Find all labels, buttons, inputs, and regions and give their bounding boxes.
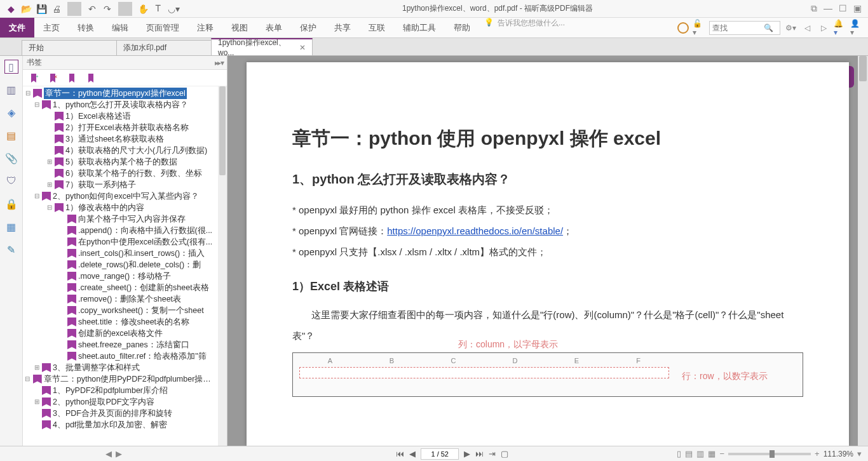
panel-scrollbar[interactable] [218, 86, 227, 446]
ribbon-tab[interactable]: 注释 [188, 18, 222, 37]
qat-select-icon[interactable]: Ꭲ [151, 2, 165, 16]
ribbon-tab[interactable]: 页面管理 [137, 18, 188, 37]
record-icon[interactable] [677, 22, 689, 34]
bookmark-item[interactable]: ·.insert_cols()和.insert_rows()：插入 [23, 248, 227, 259]
zoom-dropdown-icon[interactable]: ▾ [857, 449, 862, 458]
ribbon-tab[interactable]: 共享 [325, 18, 360, 37]
bookmark-item[interactable]: ·.copy_worksheet()：复制一个sheet [23, 305, 227, 316]
tree-toggle-icon[interactable]: ⊞ [46, 156, 53, 168]
qat-redo-icon[interactable]: ↷ [100, 2, 114, 16]
ribbon-tab[interactable]: 视图 [222, 18, 257, 37]
doc-tab[interactable]: 开始 [22, 40, 117, 55]
bookmark-item[interactable]: ·.create_sheet()：创建新的sheet表格 [23, 282, 227, 293]
ribbon-tab[interactable]: 辅助工具 [394, 18, 445, 37]
page-jump-icon[interactable]: ⇥ [489, 449, 496, 458]
tree-toggle-icon[interactable]: ⊟ [24, 373, 31, 385]
close-icon[interactable]: ✕ [299, 43, 306, 52]
ribbon-tab[interactable]: 主页 [34, 18, 69, 37]
rail-pages-icon[interactable]: ▥ [4, 83, 18, 97]
bookmark-item[interactable]: ·3）通过sheet名称获取表格 [23, 133, 227, 145]
ribbon-tab[interactable]: 帮助 [445, 18, 479, 37]
bookmark-add-icon[interactable]: + [29, 73, 39, 83]
ribbon-tab[interactable]: 编辑 [103, 18, 137, 37]
page-input[interactable] [421, 448, 459, 460]
doc-scrollbar[interactable] [858, 56, 868, 446]
bookmark-item[interactable]: ⊞3、批量调整字体和样式 [23, 362, 227, 373]
doc-tab-active[interactable]: 1python操作excel、wo...✕ [211, 38, 313, 55]
bookmark-item[interactable]: ⊞7）获取一系列格子 [23, 179, 227, 190]
rail-fields-icon[interactable]: ▦ [4, 220, 18, 234]
qat-open-icon[interactable]: 📂 [19, 2, 33, 16]
qat-save-icon[interactable]: 💾 [34, 2, 48, 16]
share-icon[interactable]: 🔓▾ [693, 22, 705, 34]
page-fit-icon[interactable]: ▢ [501, 449, 508, 458]
status-panel-right-icon[interactable]: ▶ [116, 449, 122, 458]
tree-toggle-icon[interactable]: ⊞ [46, 179, 53, 190]
bookmark-item[interactable]: ⊟1）修改表格中的内容 [23, 202, 227, 213]
bookmark-item[interactable]: ·sheet.freeze_panes：冻结窗口 [23, 339, 227, 351]
zoom-in-icon[interactable]: + [815, 449, 820, 458]
bookmark-item[interactable]: ·.remove()：删除某个sheet表 [23, 293, 227, 305]
bookmark-item[interactable]: ·sheet.auto_filter.ref：给表格添加"筛 [23, 351, 227, 362]
zoom-out-icon[interactable]: − [719, 449, 724, 458]
ribbon-tab[interactable]: 表单 [257, 18, 291, 37]
bookmark-star-icon[interactable] [67, 73, 78, 83]
bookmark-item[interactable]: ·4）获取表格的尺寸大小(几行几列数据) [23, 145, 227, 156]
bookmark-item[interactable]: ·在python中使用excel函数公式(很有... [23, 236, 227, 248]
bookmark-item[interactable]: ⊞5）获取表格内某个格子的数据 [23, 156, 227, 168]
bookmark-item[interactable]: ·1、PyPDF2和pdfplumber库介绍 [23, 385, 227, 396]
bookmark-delete-icon[interactable]: × [48, 73, 58, 83]
bookmark-item[interactable]: ·2）打开Excel表格并获取表格名称 [23, 122, 227, 133]
rail-lock-icon[interactable]: 🔒 [4, 197, 18, 211]
bookmark-item[interactable]: ·sheet.title：修改sheet表的名称 [23, 316, 227, 328]
search-input[interactable] [710, 23, 764, 32]
view-single-icon[interactable]: ▯ [677, 449, 681, 458]
view-continuous-icon[interactable]: ▤ [685, 449, 693, 458]
user-icon[interactable]: 👤▾ [850, 22, 863, 34]
bookmark-expand-icon[interactable] [86, 73, 97, 83]
bookmark-item[interactable]: ·4、pdf批量加水印及加密、解密 [23, 419, 227, 431]
zoom-value[interactable]: 111.39% [824, 450, 853, 458]
page-prev-icon[interactable]: ◀ [409, 449, 416, 458]
zoom-slider[interactable] [728, 453, 811, 455]
window-close-icon[interactable]: ▣ [853, 3, 862, 14]
bookmark-item[interactable]: ⊟1、python怎么打开及读取表格内容？ [23, 99, 227, 110]
ribbon-tab[interactable]: 转换 [69, 18, 103, 37]
rail-sign-icon[interactable]: ✎ [4, 243, 18, 257]
search-icon[interactable]: 🔍 [764, 23, 773, 32]
search-box[interactable]: 🔍 [709, 21, 780, 35]
ribbon-tab[interactable]: 保护 [291, 18, 325, 37]
ribbon-tab[interactable]: 互联 [360, 18, 394, 37]
window-minimize-icon[interactable]: — [824, 3, 832, 14]
page-next-icon[interactable]: ▶ [464, 449, 470, 458]
bookmark-item[interactable]: ·1）Excel表格述语 [23, 110, 227, 122]
bell-icon[interactable]: 🔔▾ [834, 22, 846, 34]
tree-toggle-icon[interactable]: ⊟ [24, 88, 31, 99]
nav-next-icon[interactable]: ▷ [817, 22, 830, 34]
window-compact-icon[interactable]: ⧉ [811, 3, 817, 14]
tree-toggle-icon[interactable]: ⊟ [33, 99, 40, 110]
doc-tab[interactable]: 添加水印.pdf [116, 40, 212, 55]
tree-toggle-icon[interactable]: ⊞ [33, 396, 40, 408]
tree-toggle-icon[interactable]: ⊟ [33, 190, 40, 202]
qat-print-icon[interactable]: 🖨 [50, 2, 64, 16]
bookmark-item[interactable]: ⊞2、python提取PDF文字内容 [23, 396, 227, 408]
bookmark-item[interactable]: ⊟章节二：python使用PyPDF2和pdfplumber操作pd [23, 373, 227, 385]
gear-icon[interactable]: ⚙▾ [784, 22, 797, 34]
rail-attachments-icon[interactable]: 📎 [4, 151, 18, 165]
bookmark-item[interactable]: ·.delete_rows()和.delete_cols()：删 [23, 259, 227, 271]
tree-toggle-icon[interactable]: ⊟ [46, 202, 53, 213]
tree-toggle-icon[interactable]: ⊞ [33, 362, 40, 373]
qat-hand-icon[interactable]: ✋ [136, 2, 150, 16]
qat-undo-icon[interactable]: ↶ [85, 2, 99, 16]
window-maximize-icon[interactable]: ☐ [839, 3, 847, 14]
view-facing-icon[interactable]: ▥ [696, 449, 704, 458]
status-panel-left-icon[interactable]: ◀ [105, 449, 112, 458]
rail-layers-icon[interactable]: ◈ [4, 105, 18, 119]
bookmark-item[interactable]: ·.move_range()：移动格子 [23, 271, 227, 282]
ribbon-file-tab[interactable]: 文件 [0, 18, 34, 37]
nav-prev-icon[interactable]: ◁ [801, 22, 813, 34]
bookmark-item[interactable]: ·.append()：向表格中插入行数据(很... [23, 225, 227, 236]
doc-link[interactable]: https://openpyxl.readthedocs.io/en/stabl… [387, 225, 563, 236]
rail-bookmarks-icon[interactable]: ▯ [4, 60, 18, 74]
